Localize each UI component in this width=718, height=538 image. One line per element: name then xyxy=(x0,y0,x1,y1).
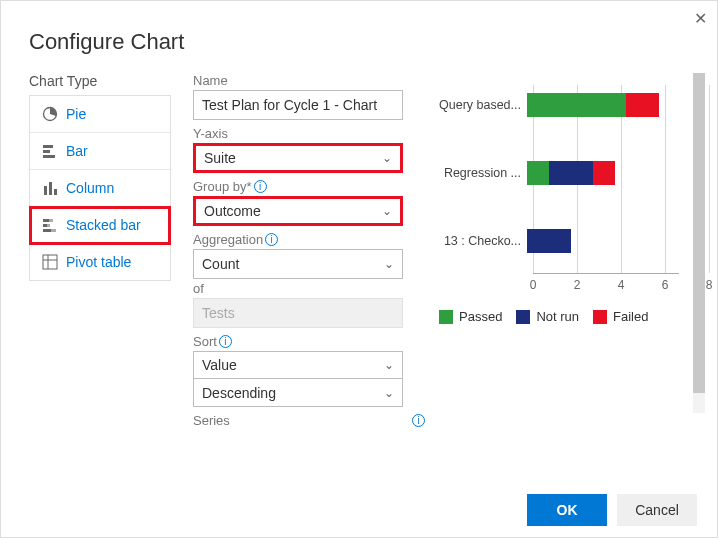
name-label: Name xyxy=(193,73,425,88)
axis-tick: 6 xyxy=(662,278,669,292)
sort-label: Sort i xyxy=(193,334,425,349)
chart-row-label: 13 : Checko... xyxy=(439,234,527,248)
svg-rect-3 xyxy=(43,155,55,158)
swatch-icon xyxy=(516,310,530,324)
dialog-footer: OK Cancel xyxy=(1,481,717,537)
aggregation-value: Count xyxy=(202,256,239,272)
svg-rect-10 xyxy=(47,224,50,227)
chart-type-pivot-table[interactable]: Pivot table xyxy=(30,244,170,280)
chart-type-panel: Chart Type Pie Bar xyxy=(29,73,171,481)
groupby-label-text: Group by* xyxy=(193,179,252,194)
chart-type-list: Pie Bar Column xyxy=(29,95,171,281)
sort-field-select[interactable]: Value ⌄ xyxy=(193,351,403,379)
sort-direction-value: Descending xyxy=(202,385,276,401)
chart-row-label: Regression ... xyxy=(439,166,527,180)
info-icon[interactable]: i xyxy=(254,180,267,193)
chart-row-label: Query based... xyxy=(439,98,527,112)
svg-rect-5 xyxy=(49,182,52,195)
config-fields-panel: Name Test Plan for Cycle 1 - Chart Y-axi… xyxy=(193,73,425,481)
yaxis-label: Y-axis xyxy=(193,126,425,141)
chart-preview: Query based... Regression ... 13 : xyxy=(439,73,687,413)
info-icon[interactable]: i xyxy=(412,414,425,427)
x-axis: 0 2 4 6 8 xyxy=(533,273,679,291)
ok-button[interactable]: OK xyxy=(527,494,607,526)
chart-type-stacked-bar[interactable]: Stacked bar xyxy=(30,207,170,244)
bar-icon xyxy=(42,143,58,159)
chart-type-item-label: Pie xyxy=(66,106,86,122)
bar-segment-failed xyxy=(593,161,615,185)
of-value: Tests xyxy=(202,305,235,321)
pivot-icon xyxy=(42,254,58,270)
axis-tick: 4 xyxy=(618,278,625,292)
bar-segment-failed xyxy=(626,93,659,117)
vertical-scrollbar[interactable] xyxy=(693,73,705,413)
chevron-down-icon: ⌄ xyxy=(382,204,392,218)
chevron-down-icon: ⌄ xyxy=(384,386,394,400)
series-label: Series i xyxy=(193,413,425,428)
yaxis-select[interactable]: Suite ⌄ xyxy=(193,143,403,173)
groupby-value: Outcome xyxy=(204,203,261,219)
chart-type-item-label: Column xyxy=(66,180,114,196)
svg-rect-2 xyxy=(43,150,50,153)
groupby-select[interactable]: Outcome ⌄ xyxy=(193,196,403,226)
svg-rect-4 xyxy=(44,186,47,195)
aggregation-label-text: Aggregation xyxy=(193,232,263,247)
chevron-down-icon: ⌄ xyxy=(382,151,392,165)
legend-item-notrun: Not run xyxy=(516,309,579,324)
aggregation-label: Aggregation i xyxy=(193,232,425,247)
svg-rect-8 xyxy=(49,219,53,222)
column-icon xyxy=(42,180,58,196)
chart-type-column[interactable]: Column xyxy=(30,170,170,207)
swatch-icon xyxy=(593,310,607,324)
sort-direction-select[interactable]: Descending ⌄ xyxy=(193,379,403,407)
chart-type-bar[interactable]: Bar xyxy=(30,133,170,170)
swatch-icon xyxy=(439,310,453,324)
dialog-body: Chart Type Pie Bar xyxy=(1,73,717,481)
info-icon[interactable]: i xyxy=(265,233,278,246)
configure-chart-dialog: ✕ Configure Chart Chart Type Pie Bar xyxy=(0,0,718,538)
chart-type-item-label: Bar xyxy=(66,143,88,159)
chart-bar xyxy=(527,93,659,117)
name-input[interactable]: Test Plan for Cycle 1 - Chart xyxy=(193,90,403,120)
svg-rect-1 xyxy=(43,145,53,148)
bar-segment-passed xyxy=(527,161,549,185)
close-icon[interactable]: ✕ xyxy=(694,9,707,28)
svg-rect-13 xyxy=(43,255,57,269)
axis-tick: 8 xyxy=(706,278,713,292)
bar-segment-notrun xyxy=(527,229,571,253)
chart-type-item-label: Stacked bar xyxy=(66,217,141,233)
chart-type-item-label: Pivot table xyxy=(66,254,131,270)
chart-legend: Passed Not run Failed xyxy=(439,309,648,324)
pie-icon xyxy=(42,106,58,122)
bar-segment-passed xyxy=(527,93,626,117)
chart-bar xyxy=(527,161,615,185)
chart-preview-panel: Query based... Regression ... 13 : xyxy=(439,73,705,481)
info-icon[interactable]: i xyxy=(219,335,232,348)
yaxis-value: Suite xyxy=(204,150,236,166)
chart-row: Regression ... xyxy=(439,159,615,187)
legend-item-passed: Passed xyxy=(439,309,502,324)
of-input: Tests xyxy=(193,298,403,328)
bar-segment-notrun xyxy=(549,161,593,185)
chevron-down-icon: ⌄ xyxy=(384,257,394,271)
of-label: of xyxy=(193,281,425,296)
aggregation-select[interactable]: Count ⌄ xyxy=(193,249,403,279)
dialog-title: Configure Chart xyxy=(1,1,717,73)
chart-type-label: Chart Type xyxy=(29,73,171,89)
legend-label: Not run xyxy=(536,309,579,324)
series-label-text: Series xyxy=(193,413,230,428)
sort-label-text: Sort xyxy=(193,334,217,349)
axis-tick: 0 xyxy=(530,278,537,292)
chevron-down-icon: ⌄ xyxy=(384,358,394,372)
stackedbar-icon xyxy=(42,217,58,233)
scrollbar-thumb[interactable] xyxy=(693,73,705,393)
chart-bar xyxy=(527,229,571,253)
sort-value: Value xyxy=(202,357,237,373)
chart-type-pie[interactable]: Pie xyxy=(30,96,170,133)
svg-rect-6 xyxy=(54,189,57,195)
cancel-button[interactable]: Cancel xyxy=(617,494,697,526)
svg-rect-11 xyxy=(43,229,51,232)
svg-rect-12 xyxy=(51,229,56,232)
chart-row: 13 : Checko... xyxy=(439,227,571,255)
legend-item-failed: Failed xyxy=(593,309,648,324)
